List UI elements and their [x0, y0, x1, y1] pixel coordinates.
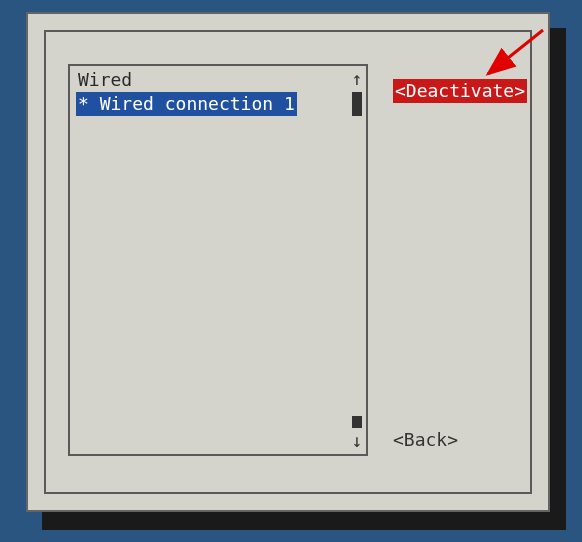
back-button[interactable]: <Back>	[393, 428, 458, 452]
list-item-selected[interactable]: * Wired connection 1	[76, 92, 297, 116]
scroll-up-arrow-icon[interactable]: ↑	[352, 68, 363, 90]
deactivate-button[interactable]: <Deactivate>	[393, 79, 527, 103]
scroll-thumb-end[interactable]	[352, 416, 362, 428]
scroll-thumb[interactable]	[352, 92, 362, 116]
scroll-track[interactable]	[352, 92, 362, 428]
connection-list-content: Wired * Wired connection 1	[70, 66, 348, 454]
dialog-window: Wired * Wired connection 1 ↑ ↓ <Deactiva…	[26, 12, 550, 512]
list-item-label: Wired connection 1	[100, 93, 295, 114]
list-category-header: Wired	[70, 68, 348, 92]
scroll-down-arrow-icon[interactable]: ↓	[352, 430, 363, 452]
list-item-active-marker: *	[78, 93, 100, 114]
connection-listbox[interactable]: Wired * Wired connection 1 ↑ ↓	[68, 64, 368, 456]
listbox-scrollbar[interactable]: ↑ ↓	[348, 66, 366, 454]
